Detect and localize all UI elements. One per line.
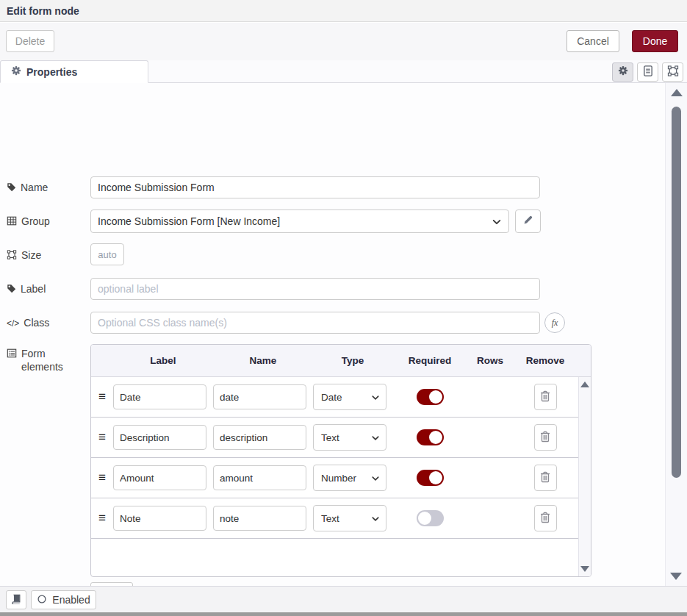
tab-bar: Properties	[0, 60, 687, 83]
name-input[interactable]	[90, 176, 540, 198]
panel-scrollbar[interactable]	[665, 83, 687, 586]
drag-handle[interactable]: ≡	[91, 390, 113, 404]
fx-icon: fx	[552, 318, 558, 329]
chevron-down-icon	[371, 515, 380, 526]
class-input[interactable]	[90, 312, 540, 334]
scroll-down-arrow[interactable]	[670, 573, 682, 580]
element-name-input[interactable]	[213, 384, 306, 409]
tab-toolbar	[612, 62, 683, 82]
tag-icon	[7, 182, 16, 192]
group-select[interactable]: Income Submission Form [New Income]	[90, 209, 509, 233]
element-type-select[interactable]: Text	[313, 424, 386, 451]
dialog-toolbar: Delete Cancel Done	[0, 23, 687, 60]
gear-icon	[11, 65, 21, 79]
elements-table-body: ≡ Date ≡ Text	[91, 377, 578, 576]
class-field-label: </> Class	[7, 316, 86, 330]
document-icon	[643, 65, 653, 79]
element-label-input[interactable]	[113, 506, 206, 531]
required-toggle[interactable]	[417, 470, 444, 486]
tag-icon	[7, 284, 16, 293]
label-input[interactable]	[90, 278, 540, 300]
frame-icon	[7, 250, 17, 259]
element-type-select[interactable]: Number	[313, 465, 386, 491]
name-field-label: Name	[7, 181, 86, 194]
element-type-value: Date	[321, 392, 342, 403]
delete-button[interactable]: Delete	[6, 30, 54, 52]
remove-element-button[interactable]	[534, 384, 557, 410]
element-row: ≡ Date	[91, 377, 578, 418]
book-icon	[11, 594, 21, 606]
class-expression-button[interactable]: fx	[544, 312, 565, 333]
scrollbar-thumb[interactable]	[672, 107, 681, 478]
form-elements-label: Form elements	[7, 347, 86, 373]
cancel-button[interactable]: Cancel	[566, 30, 619, 52]
required-toggle[interactable]	[417, 389, 444, 405]
dialog-footer: Enabled	[0, 586, 687, 612]
remove-element-button[interactable]	[534, 465, 557, 491]
tab-properties-label: Properties	[26, 66, 77, 78]
trash-icon	[540, 512, 550, 526]
elements-table-scrollbar[interactable]	[578, 377, 591, 576]
drag-handle[interactable]: ≡	[91, 470, 113, 485]
trash-icon	[540, 390, 550, 404]
list-icon	[7, 348, 17, 358]
properties-view-button[interactable]	[612, 62, 633, 82]
element-name-input[interactable]	[213, 506, 306, 531]
circle-icon	[37, 594, 47, 606]
chevron-down-icon	[371, 474, 380, 485]
remove-element-button[interactable]	[534, 424, 557, 451]
column-header-remove: Remove	[513, 355, 578, 366]
drag-handle[interactable]: ≡	[91, 511, 113, 526]
element-type-value: Text	[321, 432, 339, 443]
properties-panel: Name Group Income Submission Form [New I…	[0, 83, 665, 586]
element-row: ≡ Text	[91, 418, 578, 458]
size-button[interactable]: auto	[90, 243, 124, 265]
edit-form-node-dialog: Edit form node Delete Cancel Done Proper…	[0, 0, 687, 616]
table-icon	[7, 216, 17, 226]
column-header-type: Type	[313, 355, 392, 366]
drag-handle[interactable]: ≡	[91, 430, 113, 445]
edit-group-button[interactable]	[515, 209, 541, 233]
group-select-value: Income Submission Form [New Income]	[98, 215, 280, 227]
element-row: ≡ Text	[91, 498, 578, 539]
element-row: ≡ Number	[91, 458, 578, 498]
elements-table-header: Label Name Type Required Rows Remove	[91, 345, 591, 377]
column-header-label: Label	[113, 355, 213, 366]
node-help-button[interactable]	[6, 590, 26, 609]
scroll-up-arrow[interactable]	[580, 382, 589, 387]
gear-icon	[618, 65, 628, 79]
elements-table: Label Name Type Required Rows Remove ≡ D…	[90, 344, 591, 577]
frame-icon	[667, 65, 679, 79]
element-name-input[interactable]	[213, 425, 306, 450]
scroll-up-arrow[interactable]	[671, 89, 683, 96]
required-toggle[interactable]	[417, 510, 444, 526]
size-field-label: Size	[7, 248, 86, 262]
appearance-view-button[interactable]	[662, 62, 683, 82]
chevron-down-icon	[371, 434, 380, 445]
description-view-button[interactable]	[637, 62, 658, 82]
node-enabled-toggle[interactable]: Enabled	[31, 590, 96, 609]
dialog-header: Edit form node	[0, 0, 687, 22]
trash-icon	[540, 431, 550, 445]
group-field-label: Group	[7, 215, 86, 228]
required-toggle[interactable]	[417, 429, 444, 445]
element-label-input[interactable]	[113, 425, 206, 450]
chevron-down-icon	[371, 393, 380, 404]
scroll-down-arrow[interactable]	[580, 566, 589, 572]
element-type-select[interactable]: Date	[313, 384, 386, 410]
label-field-label: Label	[7, 282, 86, 296]
code-icon: </>	[7, 317, 19, 330]
chevron-down-icon	[492, 217, 502, 229]
element-type-value: Text	[321, 513, 339, 524]
done-button[interactable]: Done	[632, 30, 678, 52]
element-label-input[interactable]	[113, 384, 206, 409]
workspace-edge	[0, 612, 687, 616]
dialog-title: Edit form node	[7, 5, 79, 17]
remove-element-button[interactable]	[534, 505, 557, 531]
element-type-select[interactable]: Text	[313, 505, 386, 531]
column-header-rows: Rows	[467, 355, 513, 366]
element-name-input[interactable]	[213, 465, 306, 490]
element-label-input[interactable]	[113, 465, 206, 490]
tab-properties[interactable]: Properties	[0, 60, 148, 83]
pencil-icon	[523, 215, 533, 227]
